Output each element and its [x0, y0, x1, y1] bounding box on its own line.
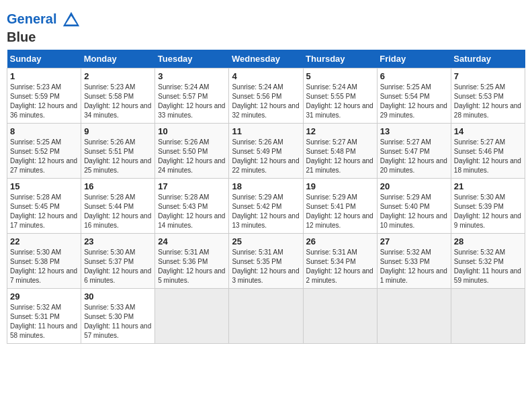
- calendar-cell: 18Sunrise: 5:29 AMSunset: 5:42 PMDayligh…: [229, 179, 303, 234]
- day-info: Sunrise: 5:29 AMSunset: 5:41 PMDaylight:…: [306, 193, 374, 230]
- day-info: Sunrise: 5:24 AMSunset: 5:56 PMDaylight:…: [232, 83, 300, 120]
- day-info: Sunrise: 5:27 AMSunset: 5:46 PMDaylight:…: [454, 138, 522, 175]
- calendar-cell: 13Sunrise: 5:27 AMSunset: 5:47 PMDayligh…: [377, 124, 451, 179]
- day-number: 1: [10, 71, 78, 81]
- day-info: Sunrise: 5:29 AMSunset: 5:42 PMDaylight:…: [232, 193, 300, 230]
- calendar-cell: 30Sunrise: 5:33 AMSunset: 5:30 PMDayligh…: [81, 289, 155, 344]
- header-sunday: Sunday: [7, 50, 81, 68]
- calendar-cell: 25Sunrise: 5:31 AMSunset: 5:35 PMDayligh…: [229, 234, 303, 289]
- week-row-2: 15Sunrise: 5:28 AMSunset: 5:45 PMDayligh…: [7, 179, 525, 234]
- day-number: 18: [232, 181, 300, 191]
- day-info: Sunrise: 5:30 AMSunset: 5:37 PMDaylight:…: [84, 248, 152, 285]
- calendar-cell: 10Sunrise: 5:26 AMSunset: 5:50 PMDayligh…: [155, 124, 229, 179]
- calendar-cell: 16Sunrise: 5:28 AMSunset: 5:44 PMDayligh…: [81, 179, 155, 234]
- calendar-cell: 6Sunrise: 5:25 AMSunset: 5:54 PMDaylight…: [377, 68, 451, 124]
- day-number: 2: [84, 71, 152, 81]
- calendar-table: SundayMondayTuesdayWednesdayThursdayFrid…: [7, 50, 525, 344]
- day-number: 15: [10, 181, 78, 191]
- calendar-cell: 20Sunrise: 5:29 AMSunset: 5:40 PMDayligh…: [377, 179, 451, 234]
- header-wednesday: Wednesday: [229, 50, 303, 68]
- day-number: 22: [10, 236, 78, 246]
- week-row-1: 8Sunrise: 5:25 AMSunset: 5:52 PMDaylight…: [7, 124, 525, 179]
- day-info: Sunrise: 5:28 AMSunset: 5:45 PMDaylight:…: [10, 193, 78, 230]
- day-number: 11: [232, 126, 300, 136]
- day-number: 9: [84, 126, 152, 136]
- week-row-0: 1Sunrise: 5:23 AMSunset: 5:59 PMDaylight…: [7, 68, 525, 124]
- day-number: 7: [454, 71, 522, 81]
- day-number: 3: [158, 71, 226, 81]
- calendar-cell: 2Sunrise: 5:23 AMSunset: 5:58 PMDaylight…: [81, 68, 155, 124]
- day-info: Sunrise: 5:31 AMSunset: 5:35 PMDaylight:…: [232, 248, 300, 285]
- day-info: Sunrise: 5:28 AMSunset: 5:43 PMDaylight:…: [158, 193, 226, 230]
- calendar-cell: 21Sunrise: 5:30 AMSunset: 5:39 PMDayligh…: [451, 179, 525, 234]
- calendar-cell: 29Sunrise: 5:32 AMSunset: 5:31 PMDayligh…: [7, 289, 81, 344]
- calendar-cell: [155, 289, 229, 344]
- logo-text: General Blue: [7, 11, 81, 44]
- day-number: 25: [232, 236, 300, 246]
- day-info: Sunrise: 5:30 AMSunset: 5:38 PMDaylight:…: [10, 248, 78, 285]
- day-info: Sunrise: 5:26 AMSunset: 5:49 PMDaylight:…: [232, 138, 300, 175]
- calendar-cell: 8Sunrise: 5:25 AMSunset: 5:52 PMDaylight…: [7, 124, 81, 179]
- day-number: 5: [306, 71, 374, 81]
- calendar-cell: 24Sunrise: 5:31 AMSunset: 5:36 PMDayligh…: [155, 234, 229, 289]
- header-monday: Monday: [81, 50, 155, 68]
- calendar-cell: 17Sunrise: 5:28 AMSunset: 5:43 PMDayligh…: [155, 179, 229, 234]
- calendar-header-row: SundayMondayTuesdayWednesdayThursdayFrid…: [7, 50, 525, 68]
- header-friday: Friday: [377, 50, 451, 68]
- day-number: 19: [306, 181, 374, 191]
- day-number: 4: [232, 71, 300, 81]
- calendar-cell: 5Sunrise: 5:24 AMSunset: 5:55 PMDaylight…: [303, 68, 377, 124]
- day-number: 10: [158, 126, 226, 136]
- day-number: 13: [380, 126, 448, 136]
- day-info: Sunrise: 5:32 AMSunset: 5:31 PMDaylight:…: [10, 303, 78, 340]
- day-number: 16: [84, 181, 152, 191]
- calendar-cell: 3Sunrise: 5:24 AMSunset: 5:57 PMDaylight…: [155, 68, 229, 124]
- calendar-cell: 1Sunrise: 5:23 AMSunset: 5:59 PMDaylight…: [7, 68, 81, 124]
- day-info: Sunrise: 5:26 AMSunset: 5:51 PMDaylight:…: [84, 138, 152, 175]
- day-info: Sunrise: 5:25 AMSunset: 5:53 PMDaylight:…: [454, 83, 522, 120]
- day-info: Sunrise: 5:29 AMSunset: 5:40 PMDaylight:…: [380, 193, 448, 230]
- page-header: General Blue: [7, 7, 525, 44]
- day-info: Sunrise: 5:25 AMSunset: 5:54 PMDaylight:…: [380, 83, 448, 120]
- day-number: 26: [306, 236, 374, 246]
- calendar-cell: 7Sunrise: 5:25 AMSunset: 5:53 PMDaylight…: [451, 68, 525, 124]
- day-info: Sunrise: 5:32 AMSunset: 5:32 PMDaylight:…: [454, 248, 522, 285]
- header-thursday: Thursday: [303, 50, 377, 68]
- day-number: 29: [10, 291, 78, 302]
- day-number: 24: [158, 236, 226, 246]
- calendar-cell: 19Sunrise: 5:29 AMSunset: 5:41 PMDayligh…: [303, 179, 377, 234]
- week-row-4: 29Sunrise: 5:32 AMSunset: 5:31 PMDayligh…: [7, 289, 525, 344]
- week-row-3: 22Sunrise: 5:30 AMSunset: 5:38 PMDayligh…: [7, 234, 525, 289]
- logo: General Blue: [7, 11, 81, 44]
- calendar-cell: 27Sunrise: 5:32 AMSunset: 5:33 PMDayligh…: [377, 234, 451, 289]
- day-info: Sunrise: 5:27 AMSunset: 5:48 PMDaylight:…: [306, 138, 374, 175]
- day-number: 23: [84, 236, 152, 246]
- calendar-cell: [229, 289, 303, 344]
- calendar-cell: 28Sunrise: 5:32 AMSunset: 5:32 PMDayligh…: [451, 234, 525, 289]
- day-number: 12: [306, 126, 374, 136]
- day-info: Sunrise: 5:24 AMSunset: 5:55 PMDaylight:…: [306, 83, 374, 120]
- day-info: Sunrise: 5:31 AMSunset: 5:34 PMDaylight:…: [306, 248, 374, 285]
- day-number: 21: [454, 181, 522, 191]
- calendar-cell: 9Sunrise: 5:26 AMSunset: 5:51 PMDaylight…: [81, 124, 155, 179]
- day-info: Sunrise: 5:25 AMSunset: 5:52 PMDaylight:…: [10, 138, 78, 175]
- header-saturday: Saturday: [451, 50, 525, 68]
- calendar-cell: [451, 289, 525, 344]
- day-number: 28: [454, 236, 522, 246]
- calendar-cell: 26Sunrise: 5:31 AMSunset: 5:34 PMDayligh…: [303, 234, 377, 289]
- day-info: Sunrise: 5:26 AMSunset: 5:50 PMDaylight:…: [158, 138, 226, 175]
- day-number: 6: [380, 71, 448, 81]
- day-number: 8: [10, 126, 78, 136]
- calendar-cell: 23Sunrise: 5:30 AMSunset: 5:37 PMDayligh…: [81, 234, 155, 289]
- calendar-cell: 4Sunrise: 5:24 AMSunset: 5:56 PMDaylight…: [229, 68, 303, 124]
- day-number: 17: [158, 181, 226, 191]
- day-info: Sunrise: 5:31 AMSunset: 5:36 PMDaylight:…: [158, 248, 226, 285]
- day-number: 14: [454, 126, 522, 136]
- calendar-cell: 11Sunrise: 5:26 AMSunset: 5:49 PMDayligh…: [229, 124, 303, 179]
- calendar-cell: [377, 289, 451, 344]
- day-info: Sunrise: 5:23 AMSunset: 5:58 PMDaylight:…: [84, 83, 152, 120]
- header-tuesday: Tuesday: [155, 50, 229, 68]
- day-number: 27: [380, 236, 448, 246]
- calendar-cell: 14Sunrise: 5:27 AMSunset: 5:46 PMDayligh…: [451, 124, 525, 179]
- day-info: Sunrise: 5:33 AMSunset: 5:30 PMDaylight:…: [84, 303, 152, 340]
